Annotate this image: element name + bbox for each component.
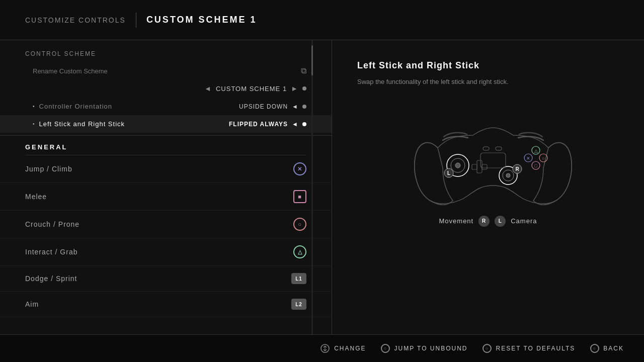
header: CUSTOMIZE CONTROLS CUSTOM SCHEME 1 [0,0,644,40]
controller-orientation-row[interactable]: • Controller Orientation UPSIDE DOWN ◄ [0,98,332,115]
copy-icon: ⧉ [301,66,306,75]
reset-icon: ○ [482,344,492,353]
reset-to-defaults-button[interactable]: ○ RESET TO DEFAULTS [482,344,575,353]
svg-text:✕: ✕ [526,156,530,161]
r-badge: R [478,216,490,227]
svg-rect-6 [477,160,482,173]
back-label: BACK [603,345,624,352]
controller-labels: Movement R L Camera [439,216,537,227]
scheme-next-arrow[interactable]: ► [291,84,298,93]
jump-icon: ○ [381,344,390,353]
svg-rect-8 [482,164,487,169]
detail-desc: Swap the functionality of the left stick… [357,77,558,87]
scheme-value: CUSTOM SCHEME 1 [216,85,287,93]
svg-point-2 [455,163,460,168]
l1-button-icon: L1 [291,273,306,284]
jump-climb-row[interactable]: Jump / Climb ✕ [0,155,332,183]
controller-diagram: △ ○ ✕ □ [408,108,569,208]
movement-label: Movement [439,217,474,225]
header-divider [136,13,136,28]
interact-grab-row[interactable]: Interact / Grab △ [0,238,332,266]
svg-text:R: R [515,166,519,172]
back-button[interactable]: ○ BACK [590,344,624,353]
scrollbar-track[interactable] [311,40,313,334]
left-panel: CONTROL SCHEME Rename Custom Scheme ⧉ ◄ … [0,40,332,334]
svg-point-5 [506,173,510,177]
svg-rect-17 [483,147,489,150]
interact-grab-label: Interact / Grab [25,248,77,256]
bullet: • [33,121,35,127]
rename-label: Rename Custom Scheme [33,67,108,75]
jump-climb-label: Jump / Climb [25,165,72,173]
scheme-dot-indicator [302,86,306,90]
left-right-stick-label: • Left Stick and Right Stick [33,120,125,128]
svg-rect-18 [496,147,502,150]
melee-label: Melee [25,193,47,201]
svg-rect-19 [480,153,506,168]
right-panel: Left Stick and Right Stick Swap the func… [332,40,644,334]
left-right-stick-value: FLIPPED ALWAYS ◄ [229,121,306,128]
scheme-selector-row: ◄ CUSTOM SCHEME 1 ► [0,79,332,98]
main-content: CONTROL SCHEME Rename Custom Scheme ⧉ ◄ … [0,40,644,334]
svg-rect-7 [472,164,477,169]
x-button-icon: ✕ [293,162,306,175]
dodge-sprint-label: Dodge / Sprint [25,275,77,283]
camera-label: Camera [511,217,537,225]
l-badge: L [495,216,506,227]
melee-row[interactable]: Melee ■ [0,183,332,211]
change-label: CHANGE [334,345,366,352]
change-button[interactable]: CHANGE [320,343,366,353]
scheme-selector[interactable]: ◄ CUSTOM SCHEME 1 ► [204,84,306,93]
orientation-dot [302,105,306,109]
svg-text:○: ○ [542,156,544,161]
svg-text:△: △ [534,148,538,153]
jump-to-unbound-button[interactable]: ○ JUMP TO UNBOUND [381,344,467,353]
general-section-header: GENERAL [0,135,332,155]
circle-button-icon: ○ [293,218,306,231]
scrollbar-thumb[interactable] [311,45,313,75]
footer: CHANGE ○ JUMP TO UNBOUND ○ RESET TO DEFA… [0,334,644,362]
triangle-button-icon: △ [293,245,306,258]
aim-label: Aim [25,300,39,308]
svg-text:□: □ [534,163,537,168]
change-icon [320,343,330,353]
crouch-prone-label: Crouch / Prone [25,220,79,228]
square-button-icon: ■ [293,190,306,203]
scheme-prev-arrow[interactable]: ◄ [204,84,212,93]
bullet: • [33,104,35,109]
svg-text:L: L [447,170,450,176]
dodge-sprint-row[interactable]: Dodge / Sprint L1 [0,266,332,292]
controller-orientation-value: UPSIDE DOWN ◄ [239,103,306,110]
controller-container: △ ○ ✕ □ [357,108,619,227]
left-right-stick-row[interactable]: • Left Stick and Right Stick FLIPPED ALW… [0,115,332,133]
jump-to-unbound-label: JUMP TO UNBOUND [394,345,467,352]
customize-controls-label: CUSTOMIZE CONTROLS [25,16,126,24]
scheme-title: CUSTOM SCHEME 1 [146,15,257,25]
aim-row[interactable]: Aim L2 [0,292,332,317]
back-icon: ○ [590,344,599,353]
rename-row[interactable]: Rename Custom Scheme ⧉ [0,62,332,79]
reset-to-defaults-label: RESET TO DEFAULTS [496,345,575,352]
control-scheme-section-header: CONTROL SCHEME [0,40,332,62]
crouch-prone-row[interactable]: Crouch / Prone ○ [0,211,332,238]
l2-button-icon: L2 [291,299,306,310]
stick-dot [302,122,306,126]
detail-title: Left Stick and Right Stick [357,60,619,71]
controller-orientation-label: • Controller Orientation [33,103,112,110]
